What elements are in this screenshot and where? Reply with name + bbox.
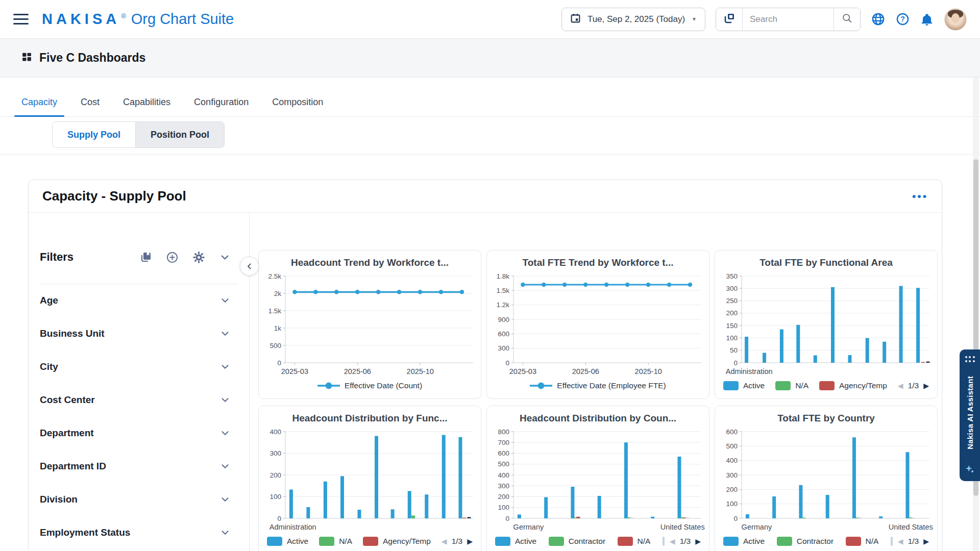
legend-item-active[interactable]: Active (267, 537, 308, 546)
legend-item-n-a[interactable]: N/A (319, 537, 352, 546)
globe-icon (871, 12, 885, 26)
filter-row-cost-center[interactable]: Cost Center (40, 383, 238, 416)
more-menu-button[interactable]: ••• (912, 191, 928, 202)
chart-svg: 0100200300400Administration (262, 427, 478, 534)
svg-text:500: 500 (726, 442, 738, 450)
filter-row-city[interactable]: City (40, 350, 238, 383)
svg-text:900: 900 (498, 316, 509, 323)
legend-color-chip (846, 537, 861, 546)
svg-text:300: 300 (270, 449, 281, 457)
pager-prev-button[interactable]: ◀ (442, 537, 447, 545)
date-picker-button[interactable]: Tue, Sep 2, 2025 (Today) ▼ (561, 8, 705, 31)
svg-text:500: 500 (270, 342, 281, 349)
svg-text:200: 200 (498, 493, 509, 500)
legend-pager: ◀1/3▶ (891, 537, 929, 546)
search-group (716, 8, 861, 31)
help-button[interactable]: ? (895, 12, 910, 27)
pool-subtabs: Supply Pool Position Pool (52, 121, 225, 148)
search-input[interactable] (743, 8, 834, 31)
ai-assistant-label: Nakisa AI Assistant (966, 376, 974, 449)
pager-next-button[interactable]: ▶ (923, 537, 929, 545)
drag-dots-icon (965, 356, 975, 362)
saved-filters-button[interactable] (140, 251, 152, 263)
svg-text:2025-06: 2025-06 (572, 367, 599, 375)
user-avatar[interactable] (944, 8, 967, 31)
legend-item-active[interactable]: Active (723, 381, 765, 390)
chevron-down-icon (219, 295, 231, 306)
svg-text:Germany: Germany (741, 523, 772, 531)
chart-plot: 03006009001.2k1.5k1.8k2025-032025-062025… (487, 268, 709, 378)
svg-text:100: 100 (726, 500, 738, 508)
filter-list: Age Business Unit City Cost Center Depar… (40, 284, 238, 549)
svg-text:2025-10: 2025-10 (406, 367, 433, 375)
brand-name: NAKISA (42, 11, 120, 28)
svg-text:500: 500 (498, 460, 509, 468)
chart-plot: 0100200300400500600700800GermanyUnited S… (487, 424, 709, 534)
pager-next-button[interactable]: ▶ (695, 537, 701, 545)
views-layers-button[interactable] (716, 8, 743, 31)
filter-label: Age (40, 295, 58, 306)
pager-next-button[interactable]: ▶ (467, 537, 473, 545)
filter-settings-button[interactable] (192, 251, 205, 264)
legend-item-agency-temp[interactable]: Agency/Temp (819, 381, 887, 390)
svg-text:1k: 1k (274, 324, 281, 332)
pager-prev-button[interactable]: ◀ (898, 382, 903, 390)
filter-row-department-id[interactable]: Department ID (40, 449, 238, 483)
legend-label: Active (287, 537, 308, 546)
filter-label: Business Unit (40, 328, 105, 339)
ai-assistant-tab[interactable]: Nakisa AI Assistant (960, 349, 980, 481)
pager-prev-button[interactable]: ◀ (670, 537, 675, 545)
svg-text:0: 0 (277, 359, 281, 367)
legend-item-active[interactable]: Active (723, 537, 765, 546)
bell-icon (920, 13, 934, 26)
legend-color-chip (775, 381, 791, 390)
search-button[interactable] (834, 8, 860, 31)
tab-cost[interactable]: Cost (81, 97, 100, 116)
legend-label: N/A (638, 537, 651, 546)
tab-composition[interactable]: Composition (272, 97, 323, 116)
legend-color-chip (777, 537, 792, 546)
charts-grid: Headcount Trend by Workforce t... 05001k… (258, 250, 938, 551)
svg-text:0: 0 (733, 359, 738, 367)
legend-item-agency-temp[interactable]: Agency/Temp (363, 537, 431, 546)
calendar-icon (570, 13, 581, 26)
filter-row-business-unit[interactable]: Business Unit (40, 317, 238, 350)
hamburger-menu-button[interactable] (13, 14, 29, 25)
add-filter-button[interactable] (166, 251, 179, 264)
chart-card-headcount-country: Headcount Distribution by Coun... 010020… (486, 406, 709, 551)
legend-item-contractor[interactable]: Contractor (777, 537, 834, 546)
legend-label: Agency/Temp (383, 537, 431, 546)
legend-item-n-a[interactable]: N/A (775, 381, 808, 390)
filter-row-division[interactable]: Division (40, 483, 238, 516)
legend-item-n-a[interactable]: N/A (618, 537, 651, 546)
filter-label: Department (40, 428, 94, 439)
legend-item-contractor[interactable]: Contractor (549, 537, 605, 546)
legend-line-marker (317, 382, 340, 389)
page-title: Five C Dashboards (39, 51, 145, 65)
subtab-supply-pool[interactable]: Supply Pool (53, 122, 135, 147)
filter-row-age[interactable]: Age (40, 284, 238, 317)
legend-item-effective-date-count-[interactable]: Effective Date (Count) (317, 381, 422, 390)
pager-prev-button[interactable]: ◀ (898, 537, 903, 545)
chart-title: Headcount Distribution by Func... (264, 413, 476, 424)
pager-next-button[interactable]: ▶ (923, 382, 929, 390)
collapse-filters-button[interactable] (240, 257, 259, 276)
filter-label: Cost Center (40, 394, 95, 406)
legend-item-active[interactable]: Active (495, 537, 536, 546)
tab-configuration[interactable]: Configuration (194, 97, 249, 116)
filter-row-employment-status[interactable]: Employment Status (40, 516, 238, 549)
legend-item-n-a[interactable]: N/A (846, 537, 879, 546)
tab-capabilities[interactable]: Capabilities (123, 97, 170, 116)
svg-text:300: 300 (498, 344, 509, 352)
filter-row-department[interactable]: Department (40, 416, 238, 449)
language-globe-button[interactable] (871, 12, 885, 27)
svg-text:1.8k: 1.8k (496, 272, 509, 280)
tab-capacity[interactable]: Capacity (21, 97, 57, 116)
collapse-filters-section-button[interactable] (219, 252, 231, 263)
subtab-position-pool[interactable]: Position Pool (135, 122, 224, 147)
chevron-down-icon (219, 361, 231, 372)
notifications-button[interactable] (920, 12, 934, 27)
legend-item-effective-date-employee-fte-[interactable]: Effective Date (Employee FTE) (530, 381, 666, 390)
svg-text:50: 50 (729, 346, 737, 354)
svg-text:300: 300 (726, 285, 738, 292)
